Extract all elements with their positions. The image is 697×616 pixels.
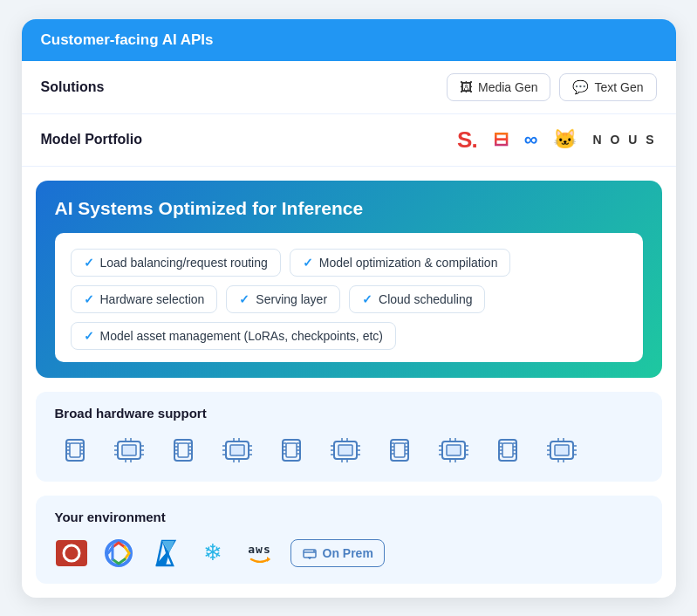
check-icon-model-optimization: ✓ [303, 256, 313, 270]
ai-systems-inner: ✓ Load balancing/request routing ✓ Model… [55, 233, 643, 362]
hw-chip-4 [217, 433, 257, 468]
feature-chip-load-balancing: ✓ Load balancing/request routing [71, 249, 281, 277]
onprem-badge[interactable]: On Prem [290, 539, 385, 567]
text-gen-badge[interactable]: 💬 Text Gen [559, 73, 656, 101]
top-header-bar: Customer-facing AI APIs [22, 19, 676, 61]
portfolio-row: Model Portfolio S. ⊟ ∞ 🐱 N O U S [22, 114, 676, 167]
hw-chip-6 [325, 433, 366, 468]
svg-rect-1 [70, 443, 80, 457]
feature-chip-model-asset: ✓ Model asset management (LoRAs, checkpo… [71, 322, 397, 350]
check-icon-model-asset: ✓ [84, 329, 94, 343]
mistral-logo: ⊟ [493, 128, 509, 151]
hw-chip-1 [55, 433, 95, 468]
solutions-label: Solutions [41, 79, 447, 95]
stability-logo: S. [457, 127, 477, 154]
svg-rect-11 [122, 445, 136, 455]
env-section-title: Your environment [55, 510, 643, 524]
feature-chip-model-optimization: ✓ Model optimization & compilation [290, 249, 511, 277]
nous-emoji-logo: 🐱 [553, 128, 577, 151]
feature-chip-hardware-selection: ✓ Hardware selection [71, 285, 218, 313]
svg-rect-45 [286, 443, 297, 457]
top-header-label: Customer-facing AI APIs [41, 31, 214, 48]
svg-point-119 [313, 550, 315, 551]
oracle-logo [55, 537, 88, 570]
solutions-row: Solutions 🖼 Media Gen 💬 Text Gen [22, 61, 676, 114]
svg-rect-33 [230, 445, 244, 455]
feature-label-serving-layer: Serving layer [256, 292, 327, 306]
feature-label-cloud-scheduling: Cloud scheduling [379, 292, 472, 306]
hw-chip-7 [379, 433, 420, 468]
svg-rect-55 [338, 445, 352, 455]
svg-rect-23 [178, 443, 188, 457]
feature-label-model-asset: Model asset management (LoRAs, checkpoin… [100, 329, 384, 343]
main-card: Customer-facing AI APIs Solutions 🖼 Medi… [22, 19, 676, 598]
feature-grid: ✓ Load balancing/request routing ✓ Model… [71, 249, 627, 350]
snowflake-icon: ❄ [203, 539, 222, 566]
feature-label-load-balancing: Load balancing/request routing [100, 256, 268, 270]
hw-chip-3 [163, 433, 203, 468]
gcp-logo [102, 537, 135, 570]
aws-logo: aws [243, 537, 277, 570]
hardware-section: Broad hardware support [36, 392, 662, 482]
onprem-label: On Prem [323, 546, 373, 560]
svg-marker-116 [267, 557, 270, 562]
hardware-icons [55, 433, 643, 468]
hw-chip-8 [434, 433, 474, 468]
check-icon-serving-layer: ✓ [239, 292, 249, 306]
media-gen-icon: 🖼 [460, 79, 473, 94]
ai-systems-section: AI Systems Optimized for Inference ✓ Loa… [36, 181, 662, 378]
solution-badges: 🖼 Media Gen 💬 Text Gen [447, 73, 657, 101]
env-icons-row: ❄ aws [55, 537, 643, 570]
feature-label-model-optimization: Model optimization & compilation [319, 256, 498, 270]
media-gen-badge[interactable]: 🖼 Media Gen [447, 73, 550, 101]
azure-logo [149, 537, 182, 570]
onprem-icon [302, 545, 318, 561]
feature-chip-serving-layer: ✓ Serving layer [226, 285, 340, 313]
svg-rect-77 [447, 445, 461, 455]
env-section: Your environment [36, 496, 662, 584]
nous-wordmark-logo: N O U S [592, 133, 656, 147]
check-icon-hardware-selection: ✓ [84, 292, 94, 306]
hw-chip-9 [488, 433, 528, 468]
svg-point-112 [106, 541, 131, 565]
text-gen-icon: 💬 [572, 79, 589, 95]
check-icon-cloud-scheduling: ✓ [362, 292, 372, 306]
check-icon-load-balancing: ✓ [84, 256, 94, 270]
portfolio-logos: S. ⊟ ∞ 🐱 N O U S [457, 127, 656, 154]
meta-logo: ∞ [524, 128, 538, 151]
feature-chip-cloud-scheduling: ✓ Cloud scheduling [349, 285, 485, 313]
text-gen-label: Text Gen [594, 80, 643, 94]
hw-chip-5 [271, 433, 311, 468]
hw-chip-2 [109, 433, 149, 468]
ai-systems-title: AI Systems Optimized for Inference [55, 198, 643, 219]
svg-rect-89 [502, 443, 513, 457]
hw-chip-10 [542, 433, 582, 468]
svg-rect-99 [555, 445, 569, 455]
media-gen-label: Media Gen [478, 80, 537, 94]
snowflake-logo: ❄ [196, 537, 229, 570]
feature-label-hardware-selection: Hardware selection [100, 292, 205, 306]
svg-rect-67 [394, 443, 405, 457]
hardware-section-title: Broad hardware support [55, 406, 643, 421]
portfolio-label: Model Portfolio [41, 132, 458, 147]
